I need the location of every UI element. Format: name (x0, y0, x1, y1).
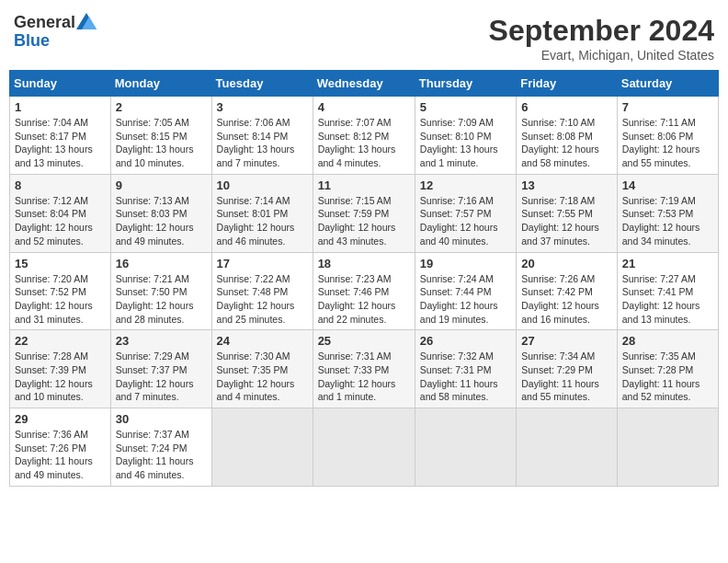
week-row-5: 29Sunrise: 7:36 AMSunset: 7:26 PMDayligh… (10, 408, 719, 487)
day-detail: Sunrise: 7:24 AMSunset: 7:44 PMDaylight:… (420, 273, 498, 325)
day-cell: 12Sunrise: 7:16 AMSunset: 7:57 PMDayligh… (415, 174, 516, 252)
day-number: 10 (217, 178, 308, 192)
week-row-1: 1Sunrise: 7:04 AMSunset: 8:17 PMDaylight… (10, 97, 719, 175)
week-row-2: 8Sunrise: 7:12 AMSunset: 8:04 PMDaylight… (10, 174, 719, 252)
day-cell: 14Sunrise: 7:19 AMSunset: 7:53 PMDayligh… (617, 174, 718, 252)
day-cell (617, 408, 718, 487)
day-detail: Sunrise: 7:26 AMSunset: 7:42 PMDaylight:… (521, 273, 599, 325)
day-cell: 10Sunrise: 7:14 AMSunset: 8:01 PMDayligh… (211, 174, 313, 252)
day-detail: Sunrise: 7:36 AMSunset: 7:26 PMDaylight:… (15, 429, 93, 480)
header: General Blue September 2024 Evart, Michi… (9, 9, 719, 63)
day-number: 18 (318, 257, 410, 270)
day-detail: Sunrise: 7:12 AMSunset: 8:04 PMDaylight:… (15, 195, 93, 247)
header-tuesday: Tuesday (211, 71, 313, 97)
logo: General Blue (14, 14, 97, 51)
day-cell: 8Sunrise: 7:12 AMSunset: 8:04 PMDaylight… (10, 174, 111, 252)
day-detail: Sunrise: 7:13 AMSunset: 8:03 PMDaylight:… (116, 195, 194, 247)
day-cell: 27Sunrise: 7:34 AMSunset: 7:29 PMDayligh… (517, 330, 618, 408)
day-detail: Sunrise: 7:16 AMSunset: 7:57 PMDaylight:… (420, 195, 498, 247)
day-number: 26 (420, 334, 511, 348)
day-number: 7 (622, 100, 713, 114)
day-cell: 2Sunrise: 7:05 AMSunset: 8:15 PMDaylight… (110, 97, 211, 175)
day-number: 1 (15, 100, 106, 114)
day-number: 8 (15, 178, 106, 192)
day-detail: Sunrise: 7:32 AMSunset: 7:31 PMDaylight:… (420, 350, 498, 402)
day-cell (517, 408, 618, 487)
day-detail: Sunrise: 7:21 AMSunset: 7:50 PMDaylight:… (116, 273, 194, 325)
day-detail: Sunrise: 7:11 AMSunset: 8:06 PMDaylight:… (622, 117, 700, 168)
day-number: 6 (521, 100, 612, 114)
day-detail: Sunrise: 7:10 AMSunset: 8:08 PMDaylight:… (521, 117, 599, 168)
day-cell: 16Sunrise: 7:21 AMSunset: 7:50 PMDayligh… (110, 252, 211, 330)
day-number: 24 (217, 334, 308, 348)
day-detail: Sunrise: 7:19 AMSunset: 7:53 PMDaylight:… (622, 195, 700, 247)
day-cell: 22Sunrise: 7:28 AMSunset: 7:39 PMDayligh… (10, 330, 111, 408)
calendar-table: SundayMondayTuesdayWednesdayThursdayFrid… (9, 70, 719, 487)
header-friday: Friday (517, 71, 618, 97)
header-monday: Monday (110, 71, 211, 97)
day-number: 30 (116, 412, 207, 426)
day-cell: 9Sunrise: 7:13 AMSunset: 8:03 PMDaylight… (110, 174, 211, 252)
day-cell: 28Sunrise: 7:35 AMSunset: 7:28 PMDayligh… (617, 330, 718, 408)
day-number: 15 (15, 257, 106, 270)
day-number: 28 (622, 334, 713, 348)
day-number: 14 (622, 178, 713, 192)
day-detail: Sunrise: 7:29 AMSunset: 7:37 PMDaylight:… (116, 350, 194, 402)
day-cell: 23Sunrise: 7:29 AMSunset: 7:37 PMDayligh… (110, 330, 211, 408)
day-cell: 1Sunrise: 7:04 AMSunset: 8:17 PMDaylight… (10, 97, 111, 175)
day-cell: 7Sunrise: 7:11 AMSunset: 8:06 PMDaylight… (617, 97, 718, 175)
day-detail: Sunrise: 7:34 AMSunset: 7:29 PMDaylight:… (521, 350, 599, 402)
header-wednesday: Wednesday (313, 71, 415, 97)
logo-icon (76, 13, 97, 29)
day-detail: Sunrise: 7:27 AMSunset: 7:41 PMDaylight:… (622, 273, 700, 325)
day-detail: Sunrise: 7:15 AMSunset: 7:59 PMDaylight:… (318, 195, 396, 247)
day-cell: 15Sunrise: 7:20 AMSunset: 7:52 PMDayligh… (10, 252, 111, 330)
day-detail: Sunrise: 7:18 AMSunset: 7:55 PMDaylight:… (521, 195, 599, 247)
day-detail: Sunrise: 7:30 AMSunset: 7:35 PMDaylight:… (217, 350, 295, 402)
day-number: 3 (217, 100, 308, 114)
day-cell: 26Sunrise: 7:32 AMSunset: 7:31 PMDayligh… (415, 330, 516, 408)
day-detail: Sunrise: 7:05 AMSunset: 8:15 PMDaylight:… (116, 117, 194, 168)
calendar-header-row: SundayMondayTuesdayWednesdayThursdayFrid… (10, 71, 719, 97)
day-cell: 13Sunrise: 7:18 AMSunset: 7:55 PMDayligh… (517, 174, 618, 252)
header-saturday: Saturday (617, 71, 718, 97)
day-detail: Sunrise: 7:23 AMSunset: 7:46 PMDaylight:… (318, 273, 396, 325)
day-number: 9 (116, 178, 207, 192)
day-number: 27 (521, 334, 612, 348)
day-detail: Sunrise: 7:31 AMSunset: 7:33 PMDaylight:… (318, 350, 396, 402)
day-number: 17 (217, 257, 308, 270)
day-cell: 19Sunrise: 7:24 AMSunset: 7:44 PMDayligh… (415, 252, 516, 330)
day-detail: Sunrise: 7:28 AMSunset: 7:39 PMDaylight:… (15, 350, 93, 402)
title-section: September 2024 Evart, Michigan, United S… (489, 14, 714, 63)
day-detail: Sunrise: 7:06 AMSunset: 8:14 PMDaylight:… (217, 117, 295, 168)
header-thursday: Thursday (415, 71, 516, 97)
day-cell: 4Sunrise: 7:07 AMSunset: 8:12 PMDaylight… (313, 97, 415, 175)
day-number: 12 (420, 178, 511, 192)
day-number: 13 (521, 178, 612, 192)
day-number: 16 (116, 257, 207, 270)
day-detail: Sunrise: 7:22 AMSunset: 7:48 PMDaylight:… (217, 273, 295, 325)
day-number: 20 (521, 257, 612, 270)
day-number: 2 (116, 100, 207, 114)
week-row-4: 22Sunrise: 7:28 AMSunset: 7:39 PMDayligh… (10, 330, 719, 408)
day-number: 29 (15, 412, 106, 426)
day-cell: 5Sunrise: 7:09 AMSunset: 8:10 PMDaylight… (415, 97, 516, 175)
day-cell: 11Sunrise: 7:15 AMSunset: 7:59 PMDayligh… (313, 174, 415, 252)
day-detail: Sunrise: 7:35 AMSunset: 7:28 PMDaylight:… (622, 350, 700, 402)
day-cell: 3Sunrise: 7:06 AMSunset: 8:14 PMDaylight… (211, 97, 313, 175)
day-number: 25 (318, 334, 410, 348)
day-cell: 29Sunrise: 7:36 AMSunset: 7:26 PMDayligh… (10, 408, 111, 487)
day-cell (211, 408, 313, 487)
day-detail: Sunrise: 7:20 AMSunset: 7:52 PMDaylight:… (15, 273, 93, 325)
day-cell (415, 408, 516, 487)
day-cell: 6Sunrise: 7:10 AMSunset: 8:08 PMDaylight… (517, 97, 618, 175)
day-detail: Sunrise: 7:37 AMSunset: 7:24 PMDaylight:… (116, 429, 194, 480)
day-cell: 24Sunrise: 7:30 AMSunset: 7:35 PMDayligh… (211, 330, 313, 408)
day-number: 23 (116, 334, 207, 348)
day-cell: 25Sunrise: 7:31 AMSunset: 7:33 PMDayligh… (313, 330, 415, 408)
day-number: 19 (420, 257, 511, 270)
day-cell: 20Sunrise: 7:26 AMSunset: 7:42 PMDayligh… (517, 252, 618, 330)
day-cell: 17Sunrise: 7:22 AMSunset: 7:48 PMDayligh… (211, 252, 313, 330)
day-detail: Sunrise: 7:14 AMSunset: 8:01 PMDaylight:… (217, 195, 295, 247)
day-number: 4 (318, 100, 410, 114)
